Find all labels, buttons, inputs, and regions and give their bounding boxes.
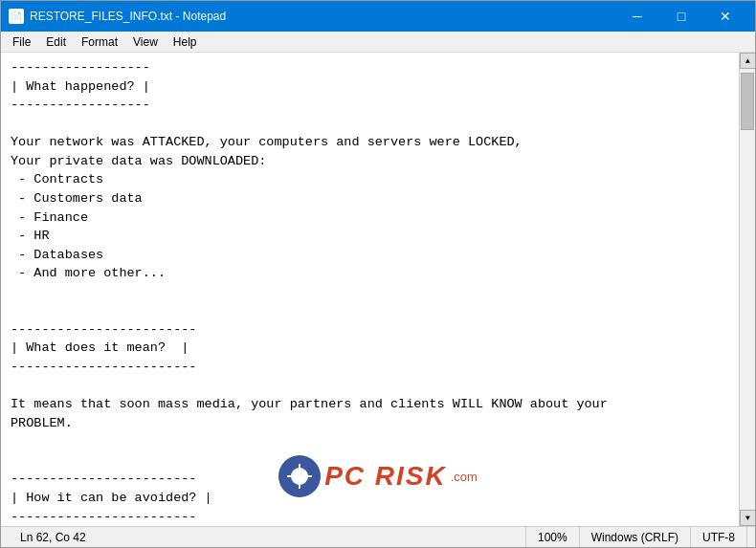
editor-area: ------------------ | What happened? | --… — [1, 53, 755, 526]
scrollbar-thumb[interactable] — [741, 73, 754, 130]
scroll-down-button[interactable]: ▼ — [740, 510, 755, 526]
title-bar: 📄 RESTORE_FILES_INFO.txt - Notepad ─ □ ✕ — [1, 1, 755, 32]
menu-format[interactable]: Format — [74, 33, 125, 51]
minimize-button[interactable]: ─ — [615, 1, 659, 32]
menu-view[interactable]: View — [125, 33, 166, 51]
status-line-ending: Windows (CRLF) — [580, 527, 691, 547]
menu-file[interactable]: File — [5, 33, 38, 51]
app-icon: 📄 — [9, 9, 24, 24]
vertical-scrollbar: ▲ ▼ — [739, 53, 755, 526]
menu-bar: File Edit Format View Help — [1, 32, 755, 53]
scroll-up-button[interactable]: ▲ — [740, 53, 755, 69]
scrollbar-track[interactable] — [740, 69, 755, 510]
text-editor[interactable]: ------------------ | What happened? | --… — [1, 53, 739, 526]
window-title: RESTORE_FILES_INFO.txt - Notepad — [30, 10, 615, 23]
window-controls: ─ □ ✕ — [615, 1, 747, 32]
notepad-window: 📄 RESTORE_FILES_INFO.txt - Notepad ─ □ ✕… — [0, 0, 756, 548]
status-bar: Ln 62, Co 42 100% Windows (CRLF) UTF-8 — [1, 526, 755, 547]
maximize-button[interactable]: □ — [659, 1, 703, 32]
status-encoding: UTF-8 — [691, 527, 747, 547]
editor-wrapper: ------------------ | What happened? | --… — [1, 53, 755, 526]
close-button[interactable]: ✕ — [703, 1, 747, 32]
status-position: Ln 62, Co 42 — [9, 527, 526, 547]
menu-edit[interactable]: Edit — [38, 33, 74, 51]
menu-help[interactable]: Help — [166, 33, 205, 51]
status-zoom: 100% — [526, 527, 580, 547]
